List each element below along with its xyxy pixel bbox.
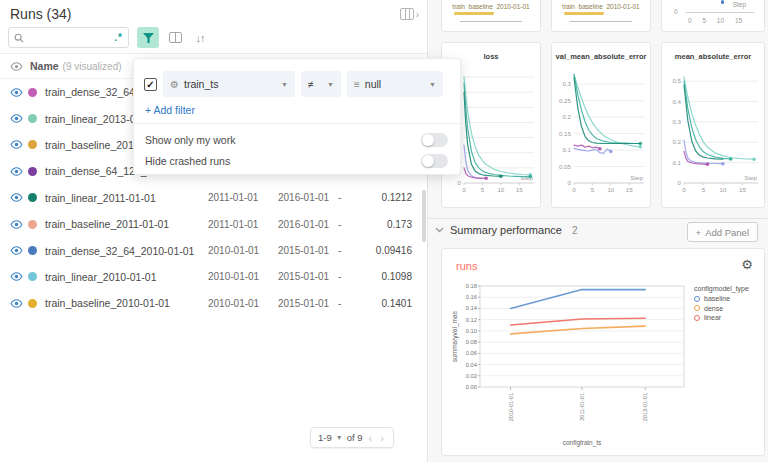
run-metric-value: 0.1098: [368, 271, 412, 282]
run-extra-cell: -: [338, 271, 368, 282]
run-extra-cell: -: [338, 298, 368, 309]
legend-swatch-icon: [694, 296, 700, 302]
svg-text:2011-01-01: 2011-01-01: [579, 393, 585, 421]
divider: [134, 123, 460, 124]
svg-text:0: 0: [678, 179, 682, 186]
svg-text:10: 10: [720, 186, 727, 193]
visibility-eye-icon[interactable]: [10, 193, 28, 202]
gear-icon[interactable]: ⚙: [741, 257, 753, 272]
chevron-down-icon[interactable]: [435, 227, 444, 233]
svg-text:0: 0: [568, 179, 572, 186]
add-panel-button[interactable]: + Add Panel: [687, 222, 758, 242]
svg-text:0.16: 0.16: [466, 294, 477, 300]
svg-text:5: 5: [481, 186, 485, 193]
legend-run-label[interactable]: train_baseline_2010-01-01: [442, 3, 540, 10]
run-extra-cell: -: [338, 245, 368, 256]
svg-text:0.10: 0.10: [466, 328, 477, 334]
run-name[interactable]: train_baseline_2011-01-01: [45, 218, 208, 230]
legend-entry-linear[interactable]: linear: [694, 314, 749, 321]
sort-button[interactable]: ↓↑: [189, 27, 211, 48]
summary-section-title[interactable]: Summary performance: [450, 224, 562, 236]
table-row[interactable]: train_baseline_2011-01-01 2011-01-01 201…: [0, 211, 427, 237]
filter-value: null: [365, 78, 381, 90]
hide-crashed-runs-label: Hide crashed runs: [145, 155, 230, 167]
svg-text:configtrain_ts: configtrain_ts: [563, 439, 602, 447]
legend-entry-dense[interactable]: dense: [694, 305, 749, 312]
series-endpoint-dot: [721, 0, 725, 4]
run-val-ts: 2015-01-01: [278, 298, 338, 309]
visibility-eye-icon[interactable]: [10, 88, 28, 97]
table-row[interactable]: train_dense_32_64_2010-01-01 2010-01-01 …: [0, 237, 427, 263]
table-row[interactable]: train_linear_2011-01-01 2011-01-01 2016-…: [0, 185, 427, 211]
chart-title: mean_absolute_error: [662, 52, 764, 61]
columns-icon: [169, 32, 182, 43]
filter-value-dropdown[interactable]: ≡ null ▼: [347, 71, 443, 97]
prev-page-button[interactable]: ‹: [367, 432, 375, 444]
visibility-eye-icon[interactable]: [10, 167, 28, 176]
visibility-eye-icon[interactable]: [10, 114, 28, 123]
filter-button[interactable]: [137, 27, 159, 48]
plus-icon: +: [696, 227, 702, 238]
svg-text:0.3: 0.3: [672, 118, 681, 125]
gear-icon: ⚙: [170, 79, 179, 90]
next-page-button[interactable]: ›: [378, 432, 386, 444]
legend-entry-baseline[interactable]: baseline: [694, 295, 749, 302]
metric-chart-card-val_mean_absolute_error[interactable]: val_mean_absolute_error05101500.050.10.1…: [551, 42, 651, 208]
search-input-box[interactable]: .*: [8, 27, 129, 48]
name-column-header[interactable]: Name: [30, 60, 59, 72]
run-train-ts: 2010-01-01: [208, 298, 278, 309]
page-range[interactable]: 1-9: [318, 432, 332, 443]
run-train-ts: 2011-01-01: [208, 192, 278, 203]
show-only-my-work-toggle[interactable]: [421, 133, 448, 147]
page-title: Runs (34): [10, 6, 71, 22]
workspace-panels: train_baseline_2010-01-01 train_baseline…: [429, 0, 768, 462]
legend-run-label[interactable]: train_baseline_2010-01-01: [552, 3, 650, 10]
svg-text:0.5: 0.5: [672, 77, 681, 84]
svg-text:summaryval_mae: summaryval_mae: [451, 310, 459, 362]
regex-toggle-icon[interactable]: .*: [114, 32, 123, 43]
hide-crashed-runs-toggle[interactable]: [421, 154, 448, 168]
legend-color-underline: [454, 12, 494, 15]
table-row[interactable]: train_linear_2010-01-01 2010-01-01 2015-…: [0, 264, 427, 290]
sort-arrows-icon: ↓↑: [196, 32, 205, 44]
table-scrollbar[interactable]: [422, 190, 426, 242]
svg-text:0.1: 0.1: [672, 159, 681, 166]
chart-card-cut[interactable]: Step 0 0 5 10 15: [661, 0, 765, 32]
run-name[interactable]: train_baseline_2010-01-01: [45, 297, 208, 309]
chevron-right-icon: ›: [416, 9, 419, 20]
svg-text:5: 5: [591, 186, 595, 193]
svg-text:0.18: 0.18: [466, 283, 477, 289]
page-size-caret-icon[interactable]: ▼: [336, 434, 343, 441]
run-name[interactable]: train_dense_32_64_2010-01-01: [45, 245, 208, 257]
visibility-eye-icon[interactable]: [10, 246, 28, 255]
caret-down-icon: ▼: [275, 81, 288, 88]
section-divider: [429, 218, 768, 219]
search-input[interactable]: [28, 32, 114, 43]
panel-title[interactable]: runs: [456, 260, 477, 272]
visibility-eye-icon[interactable]: [10, 272, 28, 281]
run-train-ts: 2010-01-01: [208, 245, 278, 256]
table-row[interactable]: train_baseline_2010-01-01 2010-01-01 201…: [0, 290, 427, 316]
run-val-ts: 2016-01-01: [278, 219, 338, 230]
run-val-ts: 2015-01-01: [278, 271, 338, 282]
metric-chart-card-mean_absolute_error[interactable]: mean_absolute_error05101500.10.20.30.40.…: [661, 42, 765, 208]
svg-text:0: 0: [682, 186, 686, 193]
filter-field-value: train_ts: [184, 78, 218, 90]
visibility-eye-icon[interactable]: [10, 299, 28, 308]
visibility-eye-icon[interactable]: [10, 140, 28, 149]
svg-text:0.04: 0.04: [466, 362, 478, 368]
run-name[interactable]: train_linear_2011-01-01: [45, 192, 208, 204]
filter-enabled-checkbox[interactable]: ✓: [144, 78, 157, 91]
filter-operator-dropdown[interactable]: ≠ ▼: [301, 71, 341, 97]
filter-field-dropdown[interactable]: ⚙ train_ts ▼: [163, 71, 295, 97]
visibility-eye-icon[interactable]: [10, 220, 28, 229]
chart-card-cut[interactable]: train_baseline_2010-01-01: [441, 0, 541, 32]
add-filter-link[interactable]: + Add filter: [145, 104, 195, 116]
columns-button[interactable]: [164, 27, 186, 48]
show-only-my-work-label: Show only my work: [145, 134, 235, 146]
expand-table-button[interactable]: ›: [400, 8, 419, 20]
svg-text:5: 5: [702, 186, 706, 193]
chart-card-cut[interactable]: train_baseline_2010-01-01: [551, 0, 651, 32]
summary-chart-panel[interactable]: runs ⚙ 0.000.020.040.060.080.100.120.140…: [441, 248, 765, 456]
run-name[interactable]: train_linear_2010-01-01: [45, 271, 208, 283]
